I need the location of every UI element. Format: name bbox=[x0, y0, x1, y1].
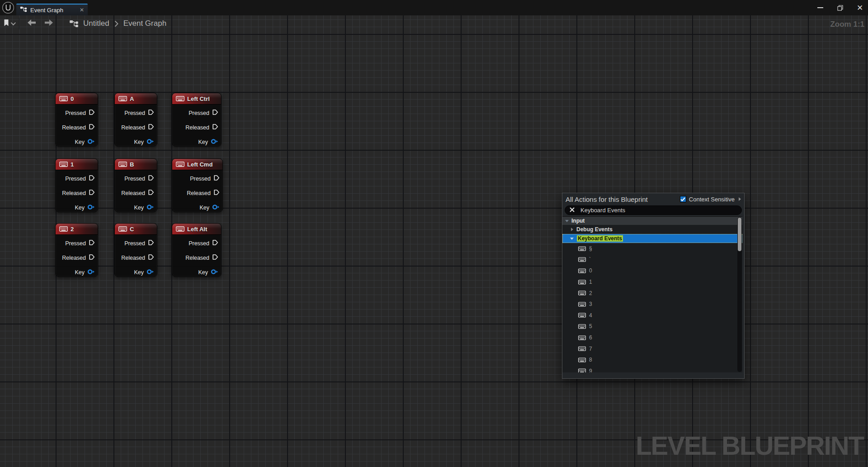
action-list-item[interactable]: 0 bbox=[562, 265, 742, 276]
node-header[interactable]: B bbox=[115, 159, 157, 170]
expander-down-icon[interactable] bbox=[565, 220, 569, 222]
action-list: Input Debug Events Keyboard Events § ` 0… bbox=[562, 216, 742, 372]
toolbar-separator bbox=[19, 18, 19, 29]
scrollbar-thumb[interactable] bbox=[738, 218, 741, 251]
scrollbar-track[interactable] bbox=[737, 217, 742, 372]
pin-row-pressed: Pressed bbox=[172, 172, 222, 186]
expander-right-icon[interactable] bbox=[571, 228, 573, 231]
keyboard-event-node[interactable]: B Pressed Released Key bbox=[114, 158, 157, 212]
tab-close-icon[interactable]: ✕ bbox=[80, 7, 84, 13]
exec-pin-icon[interactable] bbox=[148, 254, 154, 262]
action-list-item[interactable]: 3 bbox=[562, 299, 742, 310]
minimize-button[interactable] bbox=[815, 2, 826, 13]
key-pin-icon[interactable] bbox=[212, 204, 220, 212]
node-header[interactable]: 0 bbox=[56, 93, 98, 105]
tree-category-input[interactable]: Input bbox=[562, 217, 742, 225]
exec-pin-icon[interactable] bbox=[89, 254, 95, 262]
node-title: C bbox=[130, 226, 134, 233]
action-list-item[interactable]: ` bbox=[562, 254, 742, 266]
keyboard-event-node[interactable]: Left Ctrl Pressed Released Key bbox=[172, 93, 222, 147]
context-sensitive-label[interactable]: Context Sensitive bbox=[689, 196, 735, 203]
key-pin-icon[interactable] bbox=[87, 204, 95, 212]
keyboard-event-node[interactable]: A Pressed Released Key bbox=[114, 93, 157, 147]
keyboard-icon bbox=[578, 280, 586, 285]
key-pin-icon[interactable] bbox=[146, 204, 154, 212]
action-list-item[interactable]: 9 bbox=[562, 366, 742, 372]
exec-pin-icon[interactable] bbox=[212, 109, 218, 117]
pin-label-pressed: Pressed bbox=[65, 176, 86, 182]
key-pin-icon[interactable] bbox=[146, 268, 154, 276]
context-sensitive-checkbox[interactable] bbox=[680, 196, 686, 202]
tree-group-keyboard-events-selected[interactable]: Keyboard Events bbox=[562, 234, 742, 243]
exec-pin-icon[interactable] bbox=[89, 175, 95, 183]
expander-right-icon[interactable] bbox=[739, 197, 741, 201]
tree-group-label-highlighted: Keyboard Events bbox=[577, 235, 623, 242]
node-header[interactable]: Left Alt bbox=[172, 224, 221, 235]
nav-forward-button[interactable] bbox=[45, 19, 53, 28]
exec-pin-icon[interactable] bbox=[89, 239, 95, 248]
node-header[interactable]: A bbox=[115, 93, 157, 105]
exec-pin-icon[interactable] bbox=[89, 189, 95, 197]
exec-pin-icon[interactable] bbox=[212, 239, 218, 248]
pin-label-released: Released bbox=[185, 124, 209, 131]
keyboard-event-node[interactable]: Left Alt Pressed Released Key bbox=[172, 223, 222, 277]
key-pin-icon[interactable] bbox=[87, 138, 95, 146]
action-list-item[interactable]: 4 bbox=[562, 310, 742, 321]
keyboard-event-node[interactable]: 2 Pressed Released Key bbox=[55, 223, 98, 277]
restore-button[interactable] bbox=[835, 2, 845, 13]
key-pin-icon[interactable] bbox=[87, 268, 95, 276]
pin-row-pressed: Pressed bbox=[56, 172, 98, 186]
key-pin-icon[interactable] bbox=[211, 138, 218, 146]
exec-pin-icon[interactable] bbox=[148, 175, 154, 183]
action-list-item[interactable]: 2 bbox=[562, 287, 742, 299]
pin-row-key: Key bbox=[172, 200, 222, 215]
action-search-box[interactable] bbox=[565, 205, 742, 215]
node-header[interactable]: Left Ctrl bbox=[172, 93, 221, 105]
exec-pin-icon[interactable] bbox=[89, 124, 95, 132]
breadcrumb-event-graph[interactable]: Event Graph bbox=[123, 19, 166, 28]
action-list-item[interactable]: 6 bbox=[562, 332, 742, 343]
key-name: 1 bbox=[589, 279, 592, 285]
breadcrumb-untitled[interactable]: Untitled bbox=[83, 19, 109, 28]
action-list-item[interactable]: § bbox=[562, 243, 742, 254]
exec-pin-icon[interactable] bbox=[213, 175, 220, 183]
pin-row-released: Released bbox=[56, 120, 98, 135]
pin-label-key: Key bbox=[198, 269, 208, 276]
nav-back-button[interactable] bbox=[28, 19, 36, 28]
exec-pin-icon[interactable] bbox=[148, 109, 154, 117]
exec-pin-icon[interactable] bbox=[89, 109, 95, 117]
node-header[interactable]: Left Cmd bbox=[172, 159, 222, 170]
clear-search-icon[interactable] bbox=[569, 206, 575, 214]
action-list-item[interactable]: 7 bbox=[562, 343, 742, 354]
node-header[interactable]: 2 bbox=[56, 224, 98, 235]
close-button[interactable]: ✕ bbox=[854, 2, 865, 13]
tab-event-graph[interactable]: Event Graph ✕ bbox=[16, 4, 88, 15]
keyboard-event-node[interactable]: 1 Pressed Released Key bbox=[55, 158, 98, 212]
action-list-item[interactable]: 1 bbox=[562, 276, 742, 288]
exec-pin-icon[interactable] bbox=[212, 124, 218, 132]
node-header[interactable]: C bbox=[115, 224, 157, 235]
key-pin-icon[interactable] bbox=[146, 138, 154, 146]
expander-down-icon[interactable] bbox=[570, 238, 574, 240]
exec-pin-icon[interactable] bbox=[148, 239, 154, 248]
node-header[interactable]: 1 bbox=[56, 159, 98, 170]
chevron-down-icon bbox=[11, 20, 16, 25]
key-pin-icon[interactable] bbox=[211, 268, 218, 276]
exec-pin-icon[interactable] bbox=[148, 189, 154, 197]
exec-pin-icon[interactable] bbox=[212, 254, 218, 262]
exec-pin-icon[interactable] bbox=[213, 189, 220, 197]
keyboard-event-node[interactable]: Left Cmd Pressed Released Key bbox=[172, 158, 223, 212]
tree-group-debug-events[interactable]: Debug Events bbox=[562, 225, 742, 234]
back-arrow-icon bbox=[28, 19, 36, 28]
keyboard-icon bbox=[176, 162, 184, 167]
action-list-item[interactable]: 5 bbox=[562, 321, 742, 332]
action-list-item[interactable]: 8 bbox=[562, 354, 742, 366]
keyboard-event-node[interactable]: 0 Pressed Released Key bbox=[55, 93, 98, 147]
exec-pin-icon[interactable] bbox=[148, 124, 154, 132]
bookmarks-button[interactable] bbox=[4, 19, 14, 29]
key-name: 6 bbox=[589, 334, 592, 341]
keyboard-event-node[interactable]: C Pressed Released Key bbox=[114, 223, 157, 277]
context-sensitive-toggle[interactable]: Context Sensitive bbox=[680, 196, 741, 203]
pin-label-released: Released bbox=[121, 255, 145, 261]
search-input[interactable] bbox=[580, 207, 737, 214]
